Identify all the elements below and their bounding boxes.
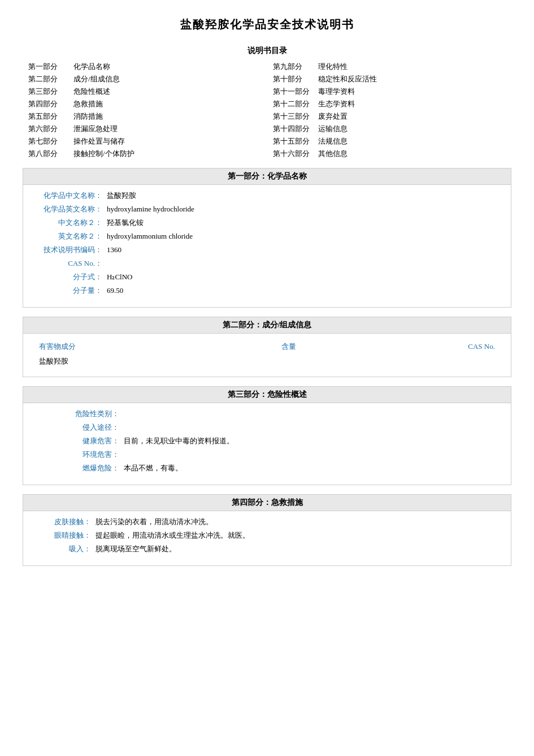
toc-item-16: 第十六部分 其他信息 <box>273 149 506 159</box>
field-formula-label: 分子式： <box>34 272 102 282</box>
section2-table-header-row: 有害物成分 含量 CAS No. <box>34 339 500 354</box>
field-invasion-route: 侵入途径： <box>34 422 500 433</box>
toc-item-2: 第二部分 成分/组成信息 <box>28 74 262 84</box>
field-formula: 分子式： H₂ClNO <box>34 272 500 282</box>
toc-part-12: 第十二部分 <box>273 99 318 109</box>
toc-item-4: 第四部分 急救措施 <box>28 99 262 109</box>
field-tech-code-label: 技术说明书编码： <box>34 245 102 255</box>
toc-part-7: 第七部分 <box>28 136 73 146</box>
toc-item-10: 第十部分 稳定性和反应活性 <box>273 74 506 84</box>
toc-part-8: 第八部分 <box>28 149 73 159</box>
toc-part-14: 第十四部分 <box>273 124 318 134</box>
section1-header: 第一部分：化学品名称 <box>23 169 511 185</box>
field-mw-value: 69.50 <box>107 286 123 295</box>
table-row: 盐酸羟胺 <box>34 354 500 369</box>
field-mw-label: 分子量： <box>34 286 102 296</box>
field-en-name: 化学品英文名称： hydroxylamine hydrochloride <box>34 204 500 214</box>
toc-item-3: 第三部分 危险性概述 <box>28 87 262 97</box>
section3-header: 第三部分：危险性概述 <box>23 387 511 403</box>
toc-name-13: 废弃处置 <box>318 111 348 122</box>
col-cas: CAS No. <box>341 339 500 354</box>
toc-item-12: 第十二部分 生态学资料 <box>273 99 506 109</box>
field-inhale-value: 脱离现场至空气新鲜处。 <box>95 544 176 554</box>
field-fire-hazard: 燃爆危险： 本品不燃，有毒。 <box>34 463 500 473</box>
toc-item-6: 第六部分 泄漏应急处理 <box>28 124 262 134</box>
field-invasion-route-label: 侵入途径： <box>51 422 119 433</box>
field-inhale-label: 吸入： <box>46 544 91 554</box>
toc-part-5: 第五部分 <box>28 111 73 122</box>
toc-name-3: 危险性概述 <box>73 87 110 97</box>
field-cn-name-value: 盐酸羟胺 <box>107 191 136 201</box>
col-content: 含量 <box>236 339 341 354</box>
field-fire-hazard-label: 燃爆危险： <box>51 463 119 473</box>
field-eye-contact: 眼睛接触： 提起眼睑，用流动清水或生理盐水冲洗。就医。 <box>34 530 500 541</box>
toc-name-10: 稳定性和反应活性 <box>318 74 377 84</box>
field-en-name-label: 化学品英文名称： <box>34 204 102 214</box>
toc-part-16: 第十六部分 <box>273 149 318 159</box>
field-tech-code-value: 1360 <box>107 245 121 254</box>
toc-name-2: 成分/组成信息 <box>73 74 120 84</box>
toc-name-6: 泄漏应急处理 <box>73 124 118 134</box>
toc-item-9: 第九部分 理化特性 <box>273 62 506 72</box>
section4: 第四部分：急救措施 皮肤接触： 脱去污染的衣着，用流动清水冲洗。 眼睛接触： 提… <box>23 494 511 566</box>
field-hazard-class: 危险性类别： <box>34 409 500 419</box>
toc-name-9: 理化特性 <box>318 62 348 72</box>
toc-item-14: 第十四部分 运输信息 <box>273 124 506 134</box>
section2: 第二部分：成分/组成信息 有害物成分 含量 CAS No. 盐酸羟胺 <box>23 317 511 377</box>
section3-body: 危险性类别： 侵入途径： 健康危害： 目前，未见职业中毒的资料报道。 环境危害：… <box>23 403 511 485</box>
field-skin-contact-value: 脱去污染的衣着，用流动清水冲洗。 <box>95 517 213 527</box>
toc-item-7: 第七部分 操作处置与储存 <box>28 136 262 146</box>
field-skin-contact-label: 皮肤接触： <box>46 517 91 527</box>
section2-header: 第二部分：成分/组成信息 <box>23 317 511 334</box>
section2-table: 有害物成分 含量 CAS No. 盐酸羟胺 <box>34 339 500 369</box>
toc-part-15: 第十五部分 <box>273 136 318 146</box>
toc-name-15: 法规信息 <box>318 136 348 146</box>
toc-name-11: 毒理学资料 <box>318 87 355 97</box>
field-health-hazard-label: 健康危害： <box>51 436 119 446</box>
field-eye-contact-value: 提起眼睑，用流动清水或生理盐水冲洗。就医。 <box>95 530 250 541</box>
section3: 第三部分：危险性概述 危险性类别： 侵入途径： 健康危害： 目前，未见职业中毒的… <box>23 386 511 485</box>
section4-header: 第四部分：急救措施 <box>23 495 511 511</box>
toc-part-10: 第十部分 <box>273 74 318 84</box>
toc-part-13: 第十三部分 <box>273 111 318 122</box>
field-env-hazard-label: 环境危害： <box>51 450 119 460</box>
toc-name-4: 急救措施 <box>73 99 103 109</box>
toc-item-1: 第一部分 化学品名称 <box>28 62 262 72</box>
section1: 第一部分：化学品名称 化学品中文名称： 盐酸羟胺 化学品英文名称： hydrox… <box>23 168 511 308</box>
toc-name-12: 生态学资料 <box>318 99 355 109</box>
toc-name-1: 化学品名称 <box>73 62 110 72</box>
toc-name-5: 消防措施 <box>73 111 103 122</box>
field-cas: CAS No.： <box>34 258 500 269</box>
field-health-hazard-value: 目前，未见职业中毒的资料报道。 <box>124 436 234 446</box>
toc-name-16: 其他信息 <box>318 149 348 159</box>
component-cas <box>341 354 500 369</box>
page-title: 盐酸羟胺化学品安全技术说明书 <box>23 17 511 32</box>
toc-part-11: 第十一部分 <box>273 87 318 97</box>
field-en-name2-label: 英文名称２： <box>34 231 102 241</box>
toc-name-14: 运输信息 <box>318 124 348 134</box>
toc-item-11: 第十一部分 毒理学资料 <box>273 87 506 97</box>
section4-body: 皮肤接触： 脱去污染的衣着，用流动清水冲洗。 眼睛接触： 提起眼睑，用流动清水或… <box>23 511 511 565</box>
field-cn-name-label: 化学品中文名称： <box>34 191 102 201</box>
section1-body: 化学品中文名称： 盐酸羟胺 化学品英文名称： hydroxylamine hyd… <box>23 185 511 307</box>
col-component: 有害物成分 <box>34 339 236 354</box>
field-cn-name2: 中文名称２： 羟基氯化铵 <box>34 218 500 228</box>
field-en-name-value: hydroxylamine hydrochloride <box>107 205 194 214</box>
field-eye-contact-label: 眼睛接触： <box>46 530 91 541</box>
toc-part-3: 第三部分 <box>28 87 73 97</box>
toc-part-9: 第九部分 <box>273 62 318 72</box>
field-cn-name2-label: 中文名称２： <box>34 218 102 228</box>
toc-item-8: 第八部分 接触控制/个体防护 <box>28 149 262 159</box>
component-name: 盐酸羟胺 <box>34 354 236 369</box>
toc-item-15: 第十五部分 法规信息 <box>273 136 506 146</box>
toc-part-2: 第二部分 <box>28 74 73 84</box>
field-cas-label: CAS No.： <box>34 258 102 269</box>
field-health-hazard: 健康危害： 目前，未见职业中毒的资料报道。 <box>34 436 500 446</box>
field-tech-code: 技术说明书编码： 1360 <box>34 245 500 255</box>
toc-part-4: 第四部分 <box>28 99 73 109</box>
toc-name-7: 操作处置与储存 <box>73 136 125 146</box>
field-cn-name: 化学品中文名称： 盐酸羟胺 <box>34 191 500 201</box>
field-env-hazard: 环境危害： <box>34 450 500 460</box>
field-skin-contact: 皮肤接触： 脱去污染的衣着，用流动清水冲洗。 <box>34 517 500 527</box>
toc-part-1: 第一部分 <box>28 62 73 72</box>
